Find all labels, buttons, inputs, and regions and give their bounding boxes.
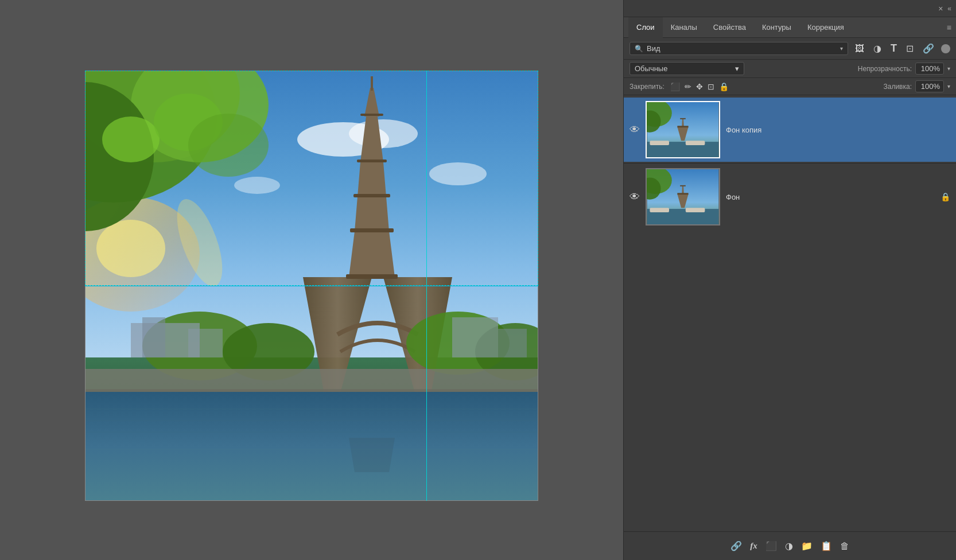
- delete-layer-icon[interactable]: 🗑: [840, 541, 849, 551]
- new-group-icon[interactable]: 📁: [801, 540, 813, 551]
- fill-label: Заливка:: [883, 83, 912, 91]
- svg-rect-70: [680, 185, 686, 186]
- layer-lock-icon: 🔒: [941, 192, 950, 201]
- svg-marker-18: [355, 197, 389, 231]
- svg-rect-27: [360, 114, 383, 116]
- lock-all-icon[interactable]: 🔒: [719, 82, 729, 91]
- svg-rect-34: [188, 329, 223, 357]
- text-icon[interactable]: T: [888, 41, 899, 56]
- panel-topbar: × «: [624, 0, 956, 17]
- link-layers-icon[interactable]: 🔗: [730, 540, 742, 551]
- lock-paint-icon[interactable]: ✏: [685, 82, 691, 91]
- lock-row: Закрепить: ⬛ ✏ ✥ ⊡ 🔒 Заливка: 100% ▾: [624, 78, 956, 95]
- tab-paths[interactable]: Контуры: [754, 17, 799, 38]
- svg-marker-19: [357, 162, 386, 197]
- layer-thumbnail: [646, 101, 720, 158]
- opacity-row: Непрозрачность: 100% ▾: [858, 63, 950, 75]
- search-box[interactable]: 🔍 ▾: [629, 42, 848, 55]
- close-button[interactable]: ×: [938, 4, 943, 13]
- svg-point-13: [188, 114, 269, 177]
- svg-rect-69: [677, 193, 688, 195]
- svg-rect-24: [350, 228, 394, 232]
- layer-item[interactable]: 👁: [624, 98, 956, 162]
- blend-mode-select[interactable]: Обычные ▾: [629, 62, 744, 75]
- layer-item[interactable]: 👁: [624, 165, 956, 229]
- fill-arrow[interactable]: ▾: [947, 83, 950, 90]
- tab-corrections[interactable]: Коррекция: [799, 17, 852, 38]
- opacity-label: Непрозрачность:: [858, 65, 912, 73]
- image-icon[interactable]: 🖼: [853, 42, 866, 55]
- svg-rect-36: [498, 329, 527, 357]
- search-icon: 🔍: [635, 45, 643, 53]
- opacity-arrow[interactable]: ▾: [947, 65, 950, 72]
- blend-mode-value: Обычные: [635, 64, 667, 73]
- canvas-wrapper: [85, 71, 538, 501]
- layer-name: Фон копия: [726, 126, 950, 134]
- fill-value[interactable]: 100%: [915, 80, 944, 92]
- lock-icons: ⬛ ✏ ✥ ⊡ 🔒: [670, 82, 729, 91]
- svg-rect-72: [650, 208, 669, 212]
- panel-tabs: Слои Каналы Свойства Контуры Коррекция ≡: [624, 17, 956, 38]
- tab-layers[interactable]: Слои: [628, 17, 663, 38]
- layers-list: 👁: [624, 95, 956, 531]
- canvas-area: [0, 0, 623, 560]
- svg-rect-62: [650, 141, 669, 145]
- bottom-toolbar: 🔗 fx ⬛ ◑ 📁 📋 🗑: [624, 531, 956, 560]
- circle-half-icon[interactable]: ◑: [871, 42, 884, 55]
- svg-rect-23: [346, 274, 398, 279]
- svg-rect-25: [353, 194, 390, 197]
- svg-rect-73: [686, 208, 705, 212]
- svg-rect-47: [85, 392, 538, 501]
- opacity-value[interactable]: 100%: [915, 63, 944, 75]
- toolbar-row: 🔍 ▾ 🖼 ◑ T ⊡ 🔗: [624, 38, 956, 60]
- layer-visibility-icon[interactable]: 👁: [629, 124, 640, 136]
- svg-marker-17: [349, 231, 395, 277]
- svg-rect-26: [357, 160, 387, 162]
- add-effect-button[interactable]: fx: [750, 541, 757, 551]
- add-mask-icon[interactable]: ⬛: [765, 540, 777, 551]
- svg-rect-60: [680, 118, 686, 119]
- svg-rect-22: [371, 76, 373, 91]
- svg-rect-37: [85, 369, 538, 392]
- lock-crop-icon[interactable]: ⊡: [708, 82, 714, 91]
- layer-name: Фон: [726, 193, 935, 201]
- svg-rect-35: [452, 317, 498, 357]
- canvas-image[interactable]: [85, 71, 538, 501]
- svg-point-4: [349, 119, 418, 148]
- lock-move-icon[interactable]: ✥: [696, 82, 703, 91]
- svg-rect-33: [142, 317, 165, 357]
- chevron-down-icon[interactable]: ▾: [840, 45, 843, 52]
- collapse-button[interactable]: «: [947, 5, 951, 13]
- svg-rect-59: [677, 126, 688, 127]
- lock-pixels-icon[interactable]: ⬛: [670, 82, 680, 91]
- new-adjustment-icon[interactable]: ◑: [785, 540, 793, 551]
- new-layer-icon[interactable]: 📋: [821, 540, 832, 551]
- panel-menu-button[interactable]: ≡: [947, 23, 951, 32]
- color-indicator[interactable]: [941, 44, 950, 53]
- link-icon[interactable]: 🔗: [920, 42, 936, 55]
- tab-properties[interactable]: Свойства: [705, 17, 754, 38]
- fill-row: Заливка: 100% ▾: [883, 80, 950, 92]
- svg-point-5: [429, 162, 487, 185]
- tab-channels[interactable]: Каналы: [663, 17, 705, 38]
- svg-point-11: [102, 116, 160, 162]
- blend-mode-row: Обычные ▾ Непрозрачность: 100% ▾: [624, 60, 956, 78]
- svg-point-2: [96, 220, 165, 277]
- svg-marker-53: [349, 438, 395, 472]
- search-input[interactable]: [647, 44, 837, 53]
- layer-visibility-icon[interactable]: 👁: [629, 191, 640, 203]
- lock-label: Закрепить:: [629, 83, 664, 91]
- crop-icon[interactable]: ⊡: [904, 42, 916, 55]
- svg-point-6: [234, 177, 280, 194]
- layer-thumbnail: [646, 168, 720, 225]
- svg-rect-63: [686, 141, 705, 145]
- layer-divider: [624, 163, 956, 164]
- panel-area: × « Слои Каналы Свойства Контуры Коррекц…: [623, 0, 956, 560]
- blend-mode-chevron: ▾: [735, 64, 739, 73]
